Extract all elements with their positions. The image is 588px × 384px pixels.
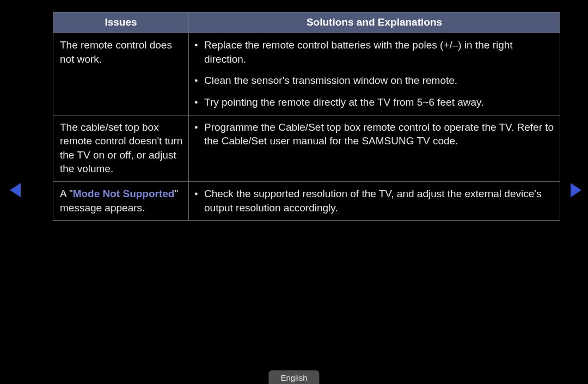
- solution-cell: Replace the remote control batteries wit…: [189, 33, 560, 115]
- issue-cell: The remote control does not work.: [53, 33, 189, 115]
- nav-next-icon[interactable]: [571, 183, 581, 197]
- solution-item: Try pointing the remote directly at the …: [204, 95, 554, 109]
- table-row: A "Mode Not Supported" message appears.C…: [53, 182, 560, 221]
- troubleshooting-table: Issues Solutions and Explanations The re…: [53, 12, 560, 221]
- issue-cell: A "Mode Not Supported" message appears.: [53, 182, 189, 221]
- header-solutions: Solutions and Explanations: [189, 13, 560, 33]
- issue-cell: The cable/set top box remote control doe…: [53, 115, 189, 182]
- solution-list: Replace the remote control batteries wit…: [193, 38, 554, 109]
- solution-item: Programme the Cable/Set top box remote c…: [204, 120, 554, 148]
- solution-item: Clean the sensor's transmission window o…: [204, 74, 554, 88]
- solution-cell: Programme the Cable/Set top box remote c…: [189, 115, 560, 182]
- solution-item: Replace the remote control batteries wit…: [204, 38, 554, 66]
- table-row: The cable/set top box remote control doe…: [53, 115, 560, 182]
- troubleshooting-table-container: Issues Solutions and Explanations The re…: [53, 12, 560, 221]
- header-issues: Issues: [53, 13, 189, 33]
- language-tab[interactable]: English: [268, 370, 319, 384]
- solution-list: Programme the Cable/Set top box remote c…: [193, 120, 554, 148]
- nav-prev-icon[interactable]: [10, 183, 21, 197]
- issue-highlight: Mode Not Supported: [73, 188, 175, 199]
- table-row: The remote control does not work.Replace…: [53, 33, 560, 115]
- solution-item: Check the supported resolution of the TV…: [204, 187, 554, 215]
- solution-list: Check the supported resolution of the TV…: [193, 187, 554, 215]
- solution-cell: Check the supported resolution of the TV…: [189, 182, 560, 221]
